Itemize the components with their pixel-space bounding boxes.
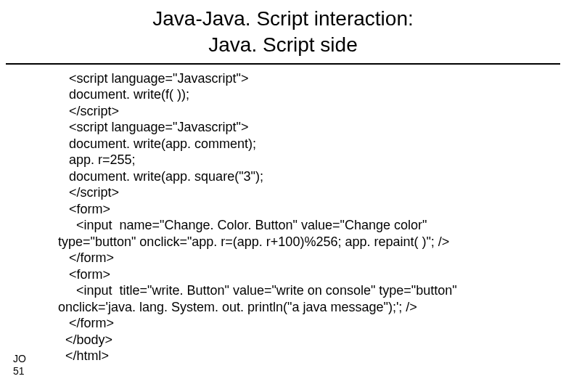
slide-title: Java-Java. Script interaction: Java. Scr… [0,0,566,63]
page-number: JO 51 [13,353,26,377]
page-label-2: 51 [13,365,25,377]
page-label-1: JO [13,353,26,364]
title-line-2: Java. Script side [208,33,357,56]
title-line-1: Java-Java. Script interaction: [152,7,414,30]
code-block: <script language="Javascript"> document.… [0,65,566,370]
